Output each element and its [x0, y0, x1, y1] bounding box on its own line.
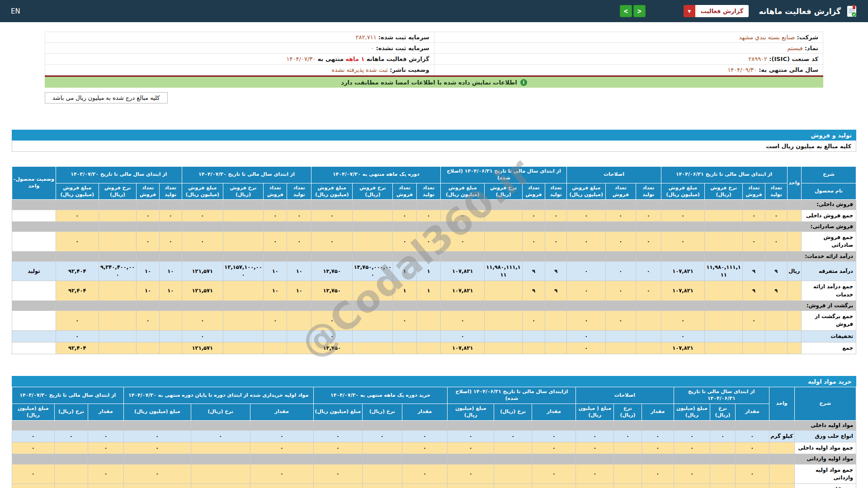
cell	[223, 210, 263, 221]
cell: ۰	[250, 464, 313, 484]
cell	[137, 342, 159, 354]
cell: ۰	[393, 232, 416, 252]
cell	[614, 454, 642, 464]
cell: ۰	[416, 210, 441, 221]
cell: ۰	[567, 311, 606, 331]
signature-status-bar: i اطلاعات نمایش داده شده با اطلاعات امضا…	[45, 77, 823, 88]
cell	[769, 442, 794, 454]
header-cell: تعداد فروش	[137, 183, 159, 200]
header-cell: مبلغ (میلیون ریال)	[313, 404, 362, 420]
cell: ۰	[605, 311, 636, 331]
cell	[12, 300, 56, 310]
cell	[441, 251, 485, 261]
cell: ۰	[441, 311, 485, 331]
ticker-link[interactable]: فبستم	[787, 45, 802, 52]
cell	[287, 251, 311, 261]
company-cell: شرکت: صنايع بسته بندي مشهد	[434, 32, 823, 43]
header-cell: مقدار	[88, 404, 123, 420]
section-production-header: تولید و فروش	[12, 130, 856, 141]
cell: ۱۰۷,۸۲۱	[441, 342, 485, 354]
cell: ۰	[448, 484, 494, 488]
cell: ۰	[448, 464, 494, 484]
cell: ۰	[448, 430, 494, 442]
topbar-left-group: EN	[11, 7, 20, 15]
cell	[636, 251, 661, 261]
cell: ۰	[250, 484, 313, 488]
cell	[485, 221, 523, 231]
ticker-cell: نماد: فبستم	[434, 43, 823, 54]
cell	[88, 454, 123, 464]
cell	[191, 420, 250, 430]
cell: جمع مواد اولیه داخلی	[794, 442, 856, 454]
cell	[705, 281, 743, 301]
cell	[99, 210, 137, 221]
cell: ۰	[137, 311, 159, 331]
cell	[742, 200, 765, 210]
cell	[250, 420, 313, 430]
language-toggle[interactable]: EN	[11, 7, 20, 15]
cell	[353, 300, 393, 310]
cell	[99, 342, 137, 354]
cell	[99, 281, 137, 301]
cell	[485, 251, 523, 261]
cell: ۰	[494, 430, 532, 442]
table-row: نماد: فبستم سرمایه ثبت نشده: ۰	[45, 43, 823, 54]
cell: ۰	[56, 330, 99, 342]
cell	[614, 464, 642, 484]
header-cell: نرخ فروش (ریال)	[705, 183, 743, 200]
company-name-link[interactable]: صنايع بسته بندي مشهد	[739, 34, 795, 41]
header-cell: نرخ (ریال)	[614, 404, 642, 420]
cell	[742, 300, 765, 310]
cell: درآمد ارائه خدمات:	[802, 251, 856, 261]
cell: ۹,۲۴۰,۴۰۰,۰۰۰	[99, 261, 137, 281]
cell	[787, 342, 802, 354]
cell: ۰	[402, 442, 448, 454]
cell	[605, 251, 636, 261]
unregistered-capital-cell: سرمایه ثبت نشده: ۰	[45, 43, 434, 54]
report-type-dropdown[interactable]: گزارش فعالیت ▼	[684, 5, 749, 17]
cell: ۰	[311, 232, 353, 252]
cell: ریال	[787, 261, 802, 281]
isic-value: ۲۸۹۹۰۲	[748, 56, 767, 62]
previous-report-button[interactable]: <	[633, 5, 646, 17]
cell	[494, 442, 532, 454]
cell: ۰	[567, 232, 606, 252]
topbar-right-group: گزارش فعالیت ماهانه گزارش فعالیت ▼ < >	[620, 5, 857, 18]
cell	[353, 221, 393, 231]
cell	[88, 420, 123, 430]
cell	[264, 221, 287, 231]
fiscal-year-value: ۱۴۰۴/۰۹/۳۰	[727, 66, 757, 73]
cell: ۰	[532, 430, 576, 442]
header-cell: مبلغ (میلیون ریال)	[448, 404, 494, 420]
cell: ۱۱,۹۸۰,۱۱۱,۱۱۱	[705, 261, 743, 281]
cell: ۰	[88, 484, 123, 488]
cell	[705, 311, 743, 331]
cell: ۰	[182, 311, 223, 331]
unregistered-capital-value: ۰	[371, 45, 374, 52]
cell: ۰	[12, 484, 55, 488]
cell	[353, 330, 393, 342]
table-row: فروش داخلی:	[12, 200, 856, 210]
cell	[223, 330, 263, 342]
cell: ۰	[522, 311, 545, 331]
production-note: کلیه مبالغ به میلیون ریال است	[12, 141, 856, 152]
report-period-suffix: منتهی به	[317, 56, 344, 62]
cell: ۰	[522, 232, 545, 252]
cell: ۰	[313, 484, 362, 488]
cell	[769, 484, 794, 488]
cell	[99, 221, 137, 231]
cell: ۰	[532, 464, 576, 484]
cell	[787, 281, 802, 301]
cell	[787, 210, 802, 221]
next-report-button[interactable]: >	[620, 5, 632, 17]
header-cell: مبلغ ( میلیون ریال)	[576, 404, 614, 420]
cell: ۰	[636, 210, 661, 221]
table-row: جمع۱۰۷,۸۲۱۰۱۰۷,۸۲۱۱۳,۷۵۰۱۲۱,۵۷۱۹۲,۴۰۴	[12, 342, 856, 354]
cell	[393, 330, 416, 342]
cell: ۰	[661, 330, 705, 342]
cell: ۱۳,۷۵۰	[311, 281, 353, 301]
cell: ۰	[402, 484, 448, 488]
cell: ۱۳,۷۵۰,۰۰۰,۰۰۰	[353, 261, 393, 281]
header-cell: مقدار	[642, 404, 674, 420]
cell	[353, 342, 393, 354]
